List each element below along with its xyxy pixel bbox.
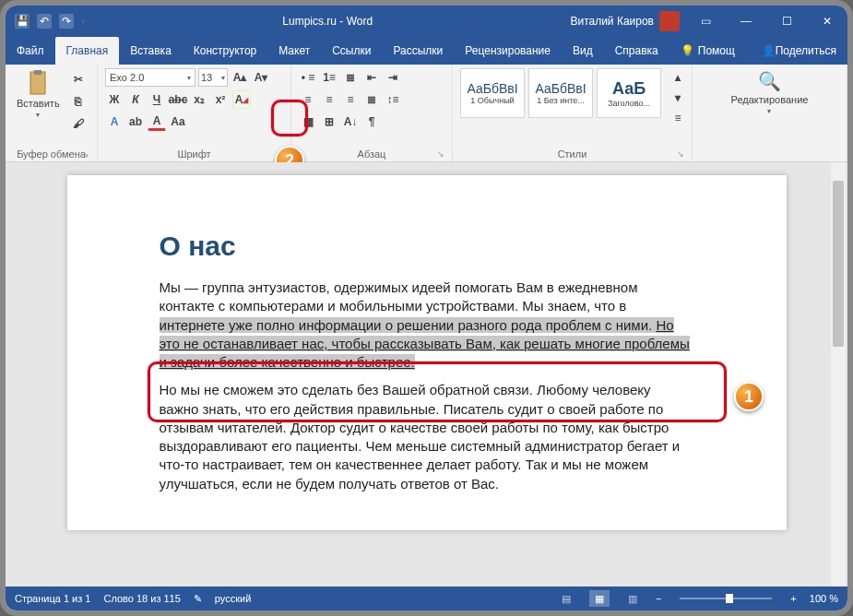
tab-tellme[interactable]: 💡Помощ: [669, 37, 746, 65]
tab-home[interactable]: Главная: [55, 37, 120, 65]
document-area[interactable]: О нас Мы — группа энтузиастов, одержимых…: [6, 162, 847, 586]
editing-dropdown[interactable]: 🔍 Редактирование ▾: [728, 68, 812, 117]
highlight-color-icon[interactable]: ab: [126, 113, 145, 131]
tab-design[interactable]: Конструктор: [183, 37, 267, 65]
proofing-icon[interactable]: ✎: [194, 593, 202, 605]
zoom-in-button[interactable]: +: [790, 593, 796, 604]
bold-button[interactable]: Ж: [105, 90, 124, 109]
doc-paragraph-2: Но мы не сможем это сделать без Вашей об…: [160, 381, 694, 493]
styles-scroll-up[interactable]: ▴: [669, 68, 687, 87]
subscript-button[interactable]: x₂: [190, 90, 208, 109]
sort-icon[interactable]: A↓: [341, 113, 360, 131]
justify-icon[interactable]: ≣: [362, 90, 381, 109]
paragraph-dialog-icon[interactable]: ↘: [437, 149, 444, 159]
style-heading1[interactable]: АаБЗаголово...: [597, 68, 661, 118]
tab-layout[interactable]: Макет: [267, 37, 321, 65]
tab-review[interactable]: Рецензирование: [454, 37, 562, 65]
increase-indent-icon[interactable]: ⇥: [384, 68, 402, 87]
title-bar: 💾 ↶ ↷ ▾ Lumpics.ru - Word Виталий Каиров…: [6, 6, 847, 37]
maximize-button[interactable]: ☐: [766, 6, 807, 37]
shrink-font-icon[interactable]: A▾: [252, 68, 270, 87]
vertical-scrollbar[interactable]: [831, 162, 846, 586]
align-center-icon[interactable]: ≡: [320, 90, 338, 109]
tab-insert[interactable]: Вставка: [119, 37, 183, 65]
styles-scroll-down[interactable]: ▾: [669, 89, 687, 107]
clipboard-dialog-icon[interactable]: ↘: [82, 149, 89, 159]
autosave-icon[interactable]: 💾: [15, 14, 30, 29]
scrollbar-thumb[interactable]: [833, 181, 844, 347]
font-name-combo[interactable]: Exo 2.0▾: [105, 68, 195, 87]
decrease-indent-icon[interactable]: ⇤: [362, 68, 381, 87]
styles-dialog-icon[interactable]: ↘: [677, 149, 684, 159]
style-no-spacing[interactable]: АаБбВвІ1 Без инте...: [528, 68, 593, 118]
bulb-icon: 💡: [681, 44, 694, 57]
svg-rect-0: [30, 72, 45, 94]
bullets-icon[interactable]: • ≡: [299, 68, 317, 87]
line-spacing-icon[interactable]: ↕≡: [384, 90, 402, 109]
zoom-out-button[interactable]: −: [656, 593, 661, 604]
clipboard-icon: [25, 70, 51, 96]
ribbon-display-options[interactable]: ▭: [685, 6, 726, 37]
doc-heading: О нас: [160, 231, 694, 262]
zoom-level[interactable]: 100 %: [810, 593, 838, 604]
cut-icon[interactable]: ✂: [69, 70, 88, 89]
tab-view[interactable]: Вид: [562, 37, 604, 65]
redo-icon[interactable]: ↷: [59, 14, 74, 29]
ribbon: Вставить ▾ ✂ ⎘ 🖌 Буфер обмена↘ Exo 2.0▾ …: [6, 65, 847, 162]
tab-references[interactable]: Ссылки: [321, 37, 382, 65]
read-mode-icon[interactable]: ▤: [556, 590, 576, 607]
styles-more[interactable]: ≡: [669, 109, 687, 127]
selected-text-plain[interactable]: интернете уже полно информации о решении…: [160, 317, 657, 333]
minimize-button[interactable]: —: [726, 6, 766, 37]
close-button[interactable]: ✕: [807, 6, 847, 37]
status-words[interactable]: Слово 18 из 115: [103, 593, 180, 604]
superscript-button[interactable]: x²: [211, 90, 230, 109]
numbering-icon[interactable]: 1≡: [320, 68, 338, 87]
font-size-combo[interactable]: 13▾: [198, 68, 228, 87]
zoom-slider[interactable]: [680, 598, 772, 599]
svg-rect-1: [34, 70, 41, 75]
status-bar: Страница 1 из 1 Слово 18 из 115 ✎ русски…: [6, 586, 847, 610]
italic-button[interactable]: К: [126, 90, 145, 109]
web-layout-icon[interactable]: ▥: [622, 590, 643, 607]
user-name[interactable]: Виталий Каиров: [570, 15, 654, 28]
search-icon: 🔍: [758, 70, 781, 92]
multilevel-list-icon[interactable]: ≣: [341, 68, 360, 87]
align-left-icon[interactable]: ≡: [299, 90, 317, 109]
copy-icon[interactable]: ⎘: [69, 92, 88, 111]
style-normal[interactable]: АаБбВвІ1 Обычный: [460, 68, 525, 118]
print-layout-icon[interactable]: ▦: [589, 590, 610, 607]
callout-1: 1: [734, 382, 764, 411]
grow-font-icon[interactable]: A▴: [231, 68, 249, 87]
avatar[interactable]: [659, 11, 680, 31]
page[interactable]: О нас Мы — группа энтузиастов, одержимых…: [67, 175, 787, 530]
tab-help[interactable]: Справка: [604, 37, 669, 65]
show-marks-icon[interactable]: ¶: [362, 113, 381, 131]
shading-icon[interactable]: ▦: [299, 113, 317, 131]
tab-mailings[interactable]: Рассылки: [382, 37, 454, 65]
align-right-icon[interactable]: ≡: [341, 90, 360, 109]
window-title: Lumpics.ru - Word: [85, 15, 570, 28]
ribbon-tabs: Файл Главная Вставка Конструктор Макет С…: [6, 37, 847, 65]
text-effects-icon[interactable]: A: [105, 113, 124, 131]
styles-gallery[interactable]: АаБбВвІ1 Обычный АаБбВвІ1 Без инте... Аа…: [460, 68, 661, 118]
status-page[interactable]: Страница 1 из 1: [15, 593, 90, 604]
borders-icon[interactable]: ⊞: [320, 113, 338, 131]
underline-button[interactable]: Ч: [148, 90, 166, 109]
format-painter-icon[interactable]: 🖌: [69, 114, 88, 133]
undo-icon[interactable]: ↶: [37, 14, 52, 29]
share-button[interactable]: 👤 Поделиться: [751, 37, 847, 65]
paste-button[interactable]: Вставить ▾: [13, 68, 64, 121]
strikethrough-button[interactable]: abc: [169, 90, 187, 109]
clear-formatting-button[interactable]: A◢: [232, 90, 251, 109]
doc-paragraph-1: Мы — группа энтузиастов, одержимых идеей…: [160, 278, 694, 372]
font-color-icon[interactable]: A: [148, 113, 166, 131]
status-language[interactable]: русский: [215, 593, 251, 604]
change-case-icon[interactable]: Aa: [169, 113, 187, 131]
tab-file[interactable]: Файл: [6, 37, 55, 65]
